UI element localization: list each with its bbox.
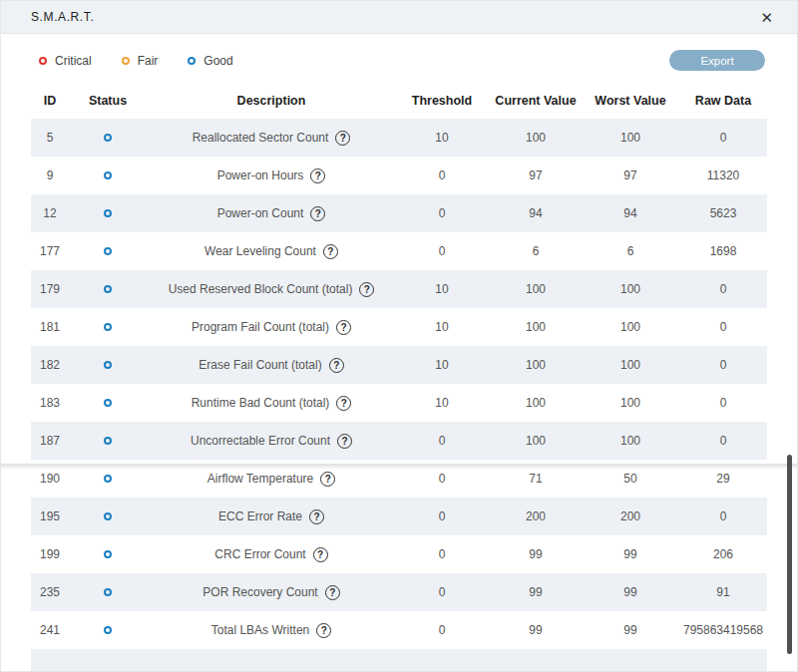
attribute-description: CRC Error Count ? (147, 547, 396, 562)
legend-item-critical: Critical (39, 54, 92, 68)
attribute-status (69, 547, 147, 561)
column-header-raw-data: Raw Data (677, 94, 769, 108)
attribute-current-value: 99 (488, 585, 584, 599)
attribute-worst-value: 100 (584, 320, 677, 334)
attribute-worst-value: 200 (584, 509, 677, 523)
attribute-threshold: 10 (396, 131, 488, 145)
attribute-description: Used Reserved Block Count (total) ? (147, 282, 396, 297)
attribute-status (69, 509, 147, 523)
attribute-description: Wear Leveling Count ? (147, 244, 396, 259)
attribute-description: Airflow Temperature ? (147, 472, 396, 487)
good-status-icon (104, 171, 112, 179)
vertical-scrollbar[interactable] (787, 455, 792, 654)
attribute-current-value: 99 (488, 623, 584, 637)
column-header-current-value: Current Value (488, 94, 584, 108)
table-row: 5 Reallocated Sector Count ? 10 100 100 … (31, 119, 767, 157)
attribute-threshold: 10 (396, 320, 488, 334)
help-icon[interactable]: ? (309, 509, 324, 524)
good-status-icon (104, 247, 112, 255)
attribute-id: 179 (31, 282, 69, 296)
status-legend: Critical Fair Good (39, 54, 233, 68)
help-icon[interactable]: ? (329, 358, 344, 373)
attribute-raw-data: 1698 (677, 244, 769, 258)
column-header-worst-value: Worst Value (584, 94, 677, 108)
attribute-id: 183 (31, 396, 69, 410)
critical-status-icon (39, 57, 47, 65)
attribute-current-value: 200 (488, 509, 584, 523)
attribute-current-value: 100 (488, 434, 584, 448)
help-icon[interactable]: ? (359, 282, 374, 297)
attribute-threshold: 0 (396, 547, 488, 561)
table-body: 5 Reallocated Sector Count ? 10 100 100 … (31, 119, 767, 649)
table-row: 12 Power-on Count ? 0 94 94 5623 (31, 194, 767, 232)
help-icon[interactable]: ? (320, 472, 335, 487)
attribute-description: Reallocated Sector Count ? (147, 131, 396, 146)
attribute-raw-data: 0 (677, 509, 769, 523)
attribute-raw-data: 0 (677, 131, 769, 145)
attribute-raw-data: 0 (677, 434, 769, 448)
attribute-status (69, 244, 147, 258)
help-icon[interactable]: ? (325, 585, 340, 600)
attribute-current-value: 100 (488, 396, 584, 410)
attribute-worst-value: 100 (584, 434, 677, 448)
attribute-id: 241 (31, 623, 69, 637)
attribute-threshold: 0 (396, 623, 488, 637)
help-icon[interactable]: ? (336, 396, 351, 411)
attribute-current-value: 94 (488, 206, 584, 220)
column-header-threshold: Threshold (396, 94, 488, 108)
help-icon[interactable]: ? (313, 547, 328, 562)
attribute-id: 12 (31, 206, 69, 220)
attribute-worst-value: 100 (584, 131, 677, 145)
good-status-icon (104, 323, 112, 331)
close-icon[interactable]: ✕ (756, 8, 777, 27)
help-icon[interactable]: ? (316, 623, 331, 638)
attribute-threshold: 0 (396, 509, 488, 523)
legend-label: Good (203, 54, 232, 68)
attribute-raw-data: 206 (677, 547, 769, 561)
attribute-worst-value: 50 (584, 472, 677, 486)
fair-status-icon (122, 57, 130, 65)
good-status-icon (104, 475, 112, 483)
column-header-status: Status (69, 94, 147, 108)
attribute-status (69, 358, 147, 372)
export-button[interactable]: Export (669, 50, 765, 71)
attribute-status (69, 472, 147, 486)
attribute-current-value: 100 (488, 282, 584, 296)
attribute-threshold: 0 (396, 585, 488, 599)
good-status-icon (104, 361, 112, 369)
help-icon[interactable]: ? (337, 434, 352, 449)
attribute-raw-data: 0 (677, 396, 769, 410)
table-row: 179 Used Reserved Block Count (total) ? … (31, 270, 767, 308)
help-icon[interactable]: ? (323, 244, 338, 259)
attribute-threshold: 0 (396, 206, 488, 220)
good-status-icon (104, 588, 112, 596)
legend-label: Critical (55, 54, 92, 68)
dialog-title: S.M.A.R.T. (31, 10, 94, 24)
attribute-id: 182 (31, 358, 69, 372)
attribute-status (69, 131, 147, 145)
attribute-worst-value: 99 (584, 547, 677, 561)
attribute-raw-data: 91 (677, 585, 769, 599)
column-header-description: Description (147, 94, 396, 108)
attribute-status (69, 320, 147, 334)
attribute-id: 177 (31, 244, 69, 258)
attribute-id: 9 (31, 168, 69, 182)
attribute-threshold: 0 (396, 168, 488, 182)
good-status-icon (188, 57, 196, 65)
attribute-description: Program Fail Count (total) ? (147, 320, 396, 335)
attribute-current-value: 97 (488, 168, 584, 182)
help-icon[interactable]: ? (310, 206, 325, 221)
good-status-icon (104, 209, 112, 217)
good-status-icon (104, 285, 112, 293)
attribute-status (69, 434, 147, 448)
help-icon[interactable]: ? (336, 320, 351, 335)
attribute-description: Power-on Hours ? (147, 168, 396, 183)
help-icon[interactable]: ? (310, 168, 325, 183)
attribute-current-value: 100 (488, 320, 584, 334)
good-status-icon (104, 437, 112, 445)
attribute-raw-data: 11320 (677, 168, 769, 182)
attribute-status (69, 206, 147, 220)
help-icon[interactable]: ? (335, 131, 350, 146)
attribute-threshold: 10 (396, 396, 488, 410)
attribute-worst-value: 100 (584, 282, 677, 296)
